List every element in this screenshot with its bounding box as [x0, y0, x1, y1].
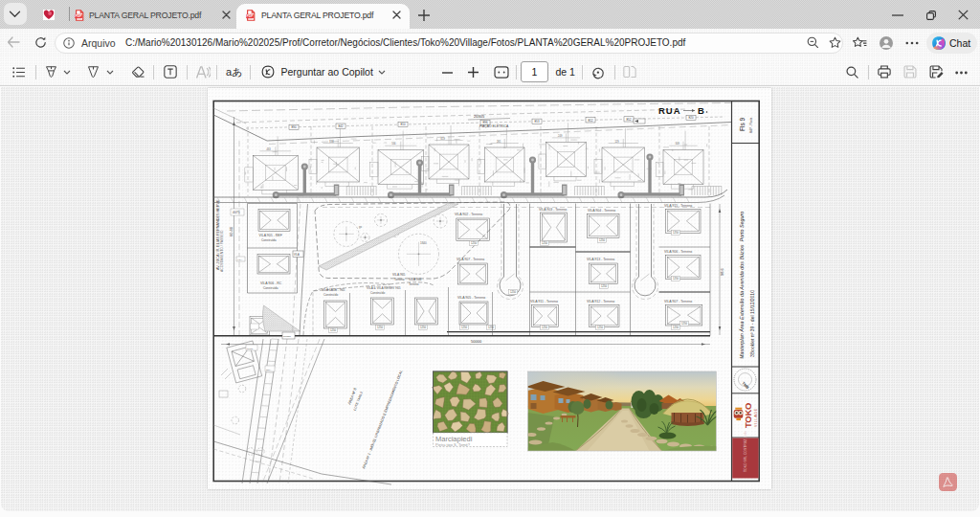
svg-text:VILA 913 - Terreno: VILA 913 - Terreno: [587, 258, 614, 261]
svg-text:838: 838: [329, 140, 334, 144]
svg-text:1250: 1250: [330, 328, 336, 332]
svg-text:60.40: 60.40: [228, 226, 233, 236]
svg-text:TOKO: TOKO: [742, 403, 752, 428]
svg-text:VILLAGE: VILLAGE: [753, 408, 757, 427]
svg-text:go: go: [359, 225, 363, 229]
svg-text:Construído: Construído: [323, 293, 338, 297]
svg-text:E53: E53: [534, 120, 539, 124]
svg-text:RUA: RUA: [658, 105, 681, 116]
svg-text:VILA 6A1B - 965: VILA 6A1B - 965: [322, 288, 345, 292]
svg-text:Pietra tipo S. Tomé?: Pietra tipo S. Tomé?: [435, 442, 471, 447]
svg-text:1250: 1250: [461, 326, 467, 329]
svg-text:ACOSTAMENTO / PASSEIO: ACOSTAMENTO / PASSEIO: [220, 230, 224, 272]
svg-text:E10: E10: [400, 123, 405, 126]
svg-text:1250: 1250: [420, 326, 426, 329]
svg-text:1250: 1250: [542, 326, 547, 329]
svg-text:VILA: VILA: [237, 258, 243, 261]
svg-text:VILA 905 - Terreno: VILA 905 - Terreno: [457, 296, 485, 300]
svg-text:ÁREA Nº 1 - IMÓVEL URBANIZADO: ÁREA Nº 1 - IMÓVEL URBANIZADO E EMPREEND…: [361, 370, 403, 470]
svg-text:E90: E90: [291, 125, 296, 129]
svg-text:Fls 9: Fls 9: [739, 118, 746, 131]
svg-text:recuo: recuo: [247, 348, 254, 350]
svg-text:VILA 907 - Terreno: VILA 907 - Terreno: [664, 300, 692, 303]
svg-text:Construído: Construído: [370, 291, 385, 295]
svg-text:VILA 902 - Terreno: VILA 902 - Terreno: [455, 213, 482, 216]
svg-text:1250: 1250: [673, 326, 679, 329]
svg-text:FIAÇÃO ELÉTRICA: FIAÇÃO ELÉTRICA: [479, 124, 509, 128]
svg-text:249: 249: [558, 134, 563, 138]
svg-text:433: 433: [266, 147, 271, 151]
svg-text:Masterplan Área Extensão da Av: Masterplan Área Extensão da Avenida dos …: [739, 212, 745, 359]
svg-text:E42: E42: [338, 124, 343, 128]
svg-text:TMB: TMB: [741, 381, 750, 391]
svg-text:VILA 906 - RC: VILA 906 - RC: [260, 281, 282, 285]
svg-text:98.6: 98.6: [719, 267, 724, 276]
svg-text:VILA 966: VILA 966: [409, 278, 422, 281]
svg-text:B: B: [698, 105, 704, 116]
svg-text:Construída: Construída: [261, 238, 277, 242]
svg-text:PDF: PDF: [76, 14, 82, 18]
svg-text:E12: E12: [588, 119, 592, 123]
svg-text:1840: 1840: [420, 241, 427, 245]
svg-text:1250: 1250: [673, 231, 679, 235]
svg-text:1250: 1250: [488, 326, 494, 329]
svg-text:Terreno: Terreno: [409, 282, 419, 286]
svg-text:Terreno: Terreno: [394, 278, 405, 281]
svg-text:VILA & VILA REREV 965: VILA & VILA REREV 965: [367, 286, 401, 290]
svg-text:E52: E52: [626, 118, 631, 122]
svg-text:3Booklet nº 39 - del 15/12/201: 3Booklet nº 39 - del 15/12/2010: [748, 290, 754, 357]
svg-text:1250: 1250: [673, 277, 679, 281]
svg-text:VILA 912 - Terreno: VILA 912 - Terreno: [587, 300, 614, 303]
svg-text:1250: 1250: [471, 241, 477, 245]
svg-text:Construída: Construída: [263, 286, 278, 290]
svg-text:VILA 911 - Terreno: VILA 911 - Terreno: [530, 300, 558, 303]
svg-text:129: 129: [614, 140, 619, 144]
svg-text:1250: 1250: [599, 238, 605, 242]
svg-text:VILA: VILA: [294, 253, 300, 257]
svg-text:20305: 20305: [474, 114, 485, 119]
svg-text:VILA 907 - Terreno: VILA 907 - Terreno: [457, 258, 484, 261]
svg-text:RUA: RUA: [266, 369, 272, 371]
svg-text:TOKO SRL COSTRUZ. Ltda: TOKO SRL COSTRUZ. Ltda: [744, 431, 747, 472]
svg-text:VILA 906 - Terreno: VILA 906 - Terreno: [664, 250, 692, 254]
svg-text:50000: 50000: [471, 339, 482, 344]
svg-text:1250: 1250: [597, 326, 603, 329]
svg-text:VILA 903 - Terreno: VILA 903 - Terreno: [539, 208, 567, 212]
svg-text:VILA 904 - Terreno: VILA 904 - Terreno: [588, 209, 615, 213]
svg-text:265: 265: [496, 140, 501, 144]
svg-text:MAP - Planta: MAP - Planta: [748, 117, 752, 133]
svg-text:AV. JUCA / R. ELIAS FERNANDES: AV. JUCA / R. ELIAS FERNANDES HERVE: [215, 199, 219, 270]
svg-text:1250: 1250: [681, 322, 687, 326]
svg-text:349: 349: [675, 142, 679, 146]
svg-text:1250: 1250: [377, 326, 383, 329]
svg-text:acesso: acesso: [283, 335, 292, 338]
svg-text:VILA 905 - REF: VILA 905 - REF: [258, 234, 281, 237]
svg-text:556: 556: [391, 142, 396, 146]
svg-text:VILA 965: VILA 965: [392, 273, 406, 277]
svg-text:VILA 915 - Terreno: VILA 915 - Terreno: [664, 204, 692, 208]
svg-text:PDF: PDF: [247, 14, 254, 18]
svg-text:E20: E20: [688, 116, 693, 120]
svg-text:1250: 1250: [510, 290, 516, 294]
svg-text:1250: 1250: [542, 241, 547, 245]
svg-text:1250: 1250: [601, 284, 607, 288]
svg-text:4075: 4075: [233, 211, 240, 214]
svg-text:619: 619: [440, 137, 445, 141]
